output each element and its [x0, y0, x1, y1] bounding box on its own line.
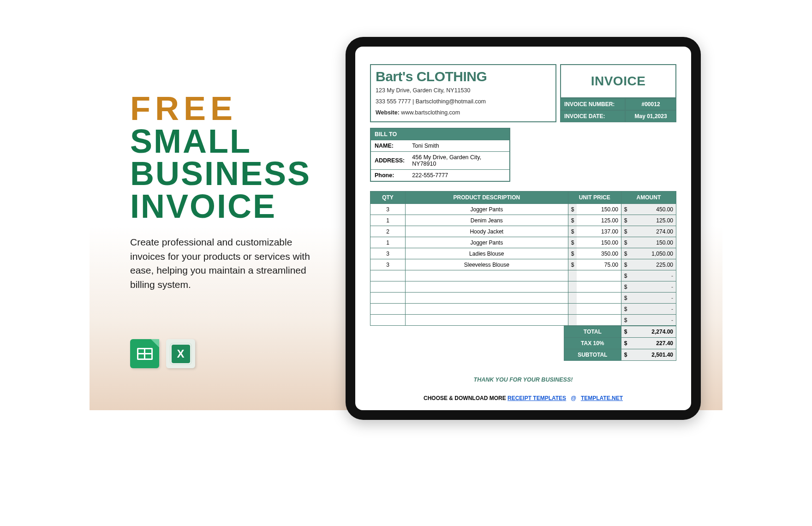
cell-amount-currency: $: [621, 293, 630, 304]
company-block: Bart's CLOTHING 123 My Drive, Garden Cit…: [370, 64, 556, 122]
company-website-line: Website: www.bartsclothing.com: [376, 109, 551, 116]
company-phone: 333 555 7777: [376, 98, 411, 105]
cell-unit-currency: [568, 270, 577, 281]
invoice-number-label: INVOICE NUMBER:: [560, 98, 625, 110]
cell-desc: [406, 293, 568, 304]
bill-to-header: BILL TO: [371, 129, 509, 140]
cell-unit-price: 137.00: [577, 226, 621, 237]
cell-qty: 2: [370, 226, 406, 237]
company-name: Bart's CLOTHING: [376, 69, 551, 84]
footer-link-2[interactable]: TEMPLATE.NET: [581, 395, 623, 401]
total-label: TOTAL: [564, 326, 621, 338]
cell-amount: -: [630, 304, 676, 315]
currency-symbol: $: [621, 349, 630, 361]
table-row: $-: [370, 315, 676, 326]
cell-amount-currency: $: [621, 270, 630, 281]
table-row: $-: [370, 270, 676, 281]
col-amount: AMOUNT: [621, 191, 676, 204]
cell-qty: [370, 281, 406, 293]
google-sheets-icon: [130, 339, 159, 368]
table-row: $-: [370, 281, 676, 293]
footer-at: @: [571, 395, 576, 401]
cell-desc: [406, 281, 568, 293]
cell-amount-currency: $: [621, 215, 630, 226]
cell-amount: 1,050.00: [630, 248, 676, 259]
cell-qty: 1: [370, 215, 406, 226]
col-desc: PRODUCT DESCRIPTION: [406, 191, 568, 204]
tax-label: TAX 10%: [564, 338, 621, 349]
cell-unit-price: [577, 304, 621, 315]
tablet-frame: Bart's CLOTHING 123 My Drive, Garden Cit…: [346, 37, 701, 420]
company-email: Bartsclothing@hotmail.com: [416, 98, 486, 105]
promo-free-word: FREE: [130, 90, 237, 127]
cell-amount: 225.00: [630, 259, 676, 270]
bill-name-value: Toni Smith: [408, 140, 509, 152]
website-value: www.bartsclothing.com: [401, 109, 460, 116]
cell-unit-price: [577, 281, 621, 293]
table-row: $-: [370, 304, 676, 315]
cell-amount: 125.00: [630, 215, 676, 226]
bill-address-label: ADDRESS:: [371, 152, 408, 170]
cell-unit-currency: $: [568, 226, 577, 237]
cell-desc: [406, 315, 568, 326]
cell-qty: [370, 293, 406, 304]
promo-main-words: SMALL BUSINESS INVOICE: [130, 123, 311, 225]
footer-link-1[interactable]: RECEIPT TEMPLATES: [508, 395, 566, 401]
table-row: 2Hoody Jacket$137.00$274.00: [370, 226, 676, 237]
currency-symbol: $: [621, 338, 630, 349]
thank-you-text: THANK YOU FOR YOUR BUSINESS!: [370, 377, 676, 383]
table-row: 1Jogger Pants$150.00$150.00: [370, 237, 676, 248]
col-unit: UNIT PRICE: [568, 191, 621, 204]
table-row: 1Denim Jeans$125.00$125.00: [370, 215, 676, 226]
cell-amount-currency: $: [621, 248, 630, 259]
cell-amount: 450.00: [630, 204, 676, 215]
cell-desc: Jogger Pants: [406, 204, 568, 215]
cell-amount: -: [630, 315, 676, 326]
cell-qty: [370, 304, 406, 315]
cell-amount-currency: $: [621, 315, 630, 326]
cell-unit-currency: $: [568, 215, 577, 226]
invoice-document: Bart's CLOTHING 123 My Drive, Garden Cit…: [355, 47, 691, 410]
table-row: $-: [370, 293, 676, 304]
cell-amount-currency: $: [621, 204, 630, 215]
cell-unit-price: 350.00: [577, 248, 621, 259]
total-value: 2,274.00: [630, 326, 676, 338]
website-label: Website:: [376, 109, 400, 116]
cell-unit-currency: $: [568, 204, 577, 215]
cell-unit-price: [577, 270, 621, 281]
cell-qty: [370, 270, 406, 281]
cell-qty: 1: [370, 237, 406, 248]
table-row: 3Jogger Pants$150.00$450.00: [370, 204, 676, 215]
cell-qty: 3: [370, 259, 406, 270]
cell-desc: [406, 270, 568, 281]
excel-icon: X: [166, 339, 195, 368]
invoice-date-value: May 01,2023: [625, 110, 676, 122]
bill-phone-value: 222-555-7777: [408, 170, 509, 181]
cell-unit-currency: $: [568, 259, 577, 270]
format-icons: X: [130, 339, 195, 368]
cell-unit-currency: [568, 315, 577, 326]
bill-to-block: BILL TO NAME: Toni Smith ADDRESS: 456 My…: [370, 128, 510, 182]
cell-qty: 3: [370, 248, 406, 259]
cell-amount: -: [630, 270, 676, 281]
subtotal-value: 2,501.40: [630, 349, 676, 361]
bill-name-label: NAME:: [371, 140, 408, 152]
col-qty: QTY: [370, 191, 406, 204]
cell-unit-price: 125.00: [577, 215, 621, 226]
table-row: 3Sleeveless Blouse$75.00$225.00: [370, 259, 676, 270]
cell-desc: [406, 304, 568, 315]
cell-amount-currency: $: [621, 259, 630, 270]
company-address: 123 My Drive, Garden City, NY11530: [376, 87, 551, 94]
promo-block: FREE SMALL BUSINESS INVOICE Create profe…: [130, 92, 328, 292]
bill-address-value: 456 My Drive, Garden City, NY78910: [408, 152, 509, 170]
cell-unit-price: [577, 315, 621, 326]
invoice-date-label: INVOICE DATE:: [560, 110, 625, 122]
cell-unit-currency: $: [568, 248, 577, 259]
cell-unit-price: 150.00: [577, 237, 621, 248]
cell-unit-currency: [568, 281, 577, 293]
cell-desc: Hoody Jacket: [406, 226, 568, 237]
cell-amount-currency: $: [621, 226, 630, 237]
invoice-title: INVOICE: [560, 64, 676, 98]
cell-desc: Ladies Blouse: [406, 248, 568, 259]
cell-amount: -: [630, 281, 676, 293]
